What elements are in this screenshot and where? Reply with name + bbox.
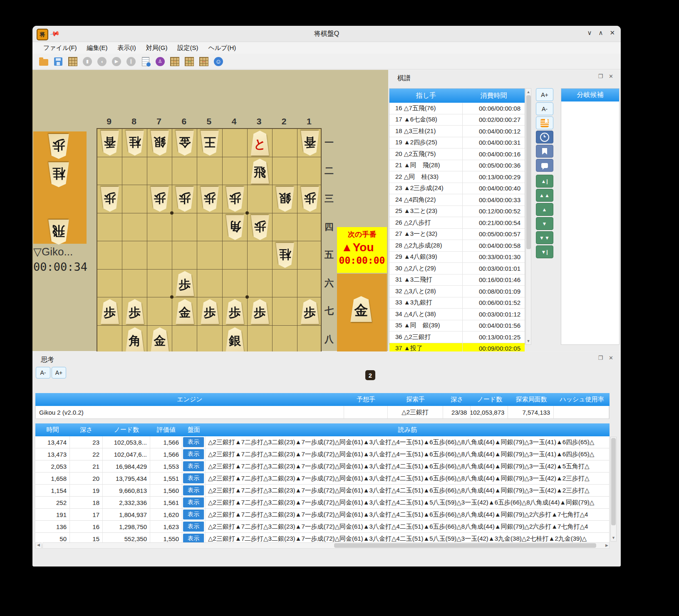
show-board-button[interactable]: 表示 bbox=[183, 473, 204, 483]
scroll-right-icon[interactable]: ▶ bbox=[605, 543, 608, 547]
font-increase-button[interactable]: A+ bbox=[536, 88, 553, 101]
pv-hscrollbar[interactable]: ▶ bbox=[42, 542, 610, 549]
gote-piece-飛[interactable]: 飛 bbox=[47, 220, 70, 245]
back-one-button[interactable]: ▲ bbox=[536, 203, 553, 216]
kifu-row[interactable]: 25 ▲3二と(23)00:12/00:00:52 bbox=[389, 206, 525, 218]
menu-item-0[interactable]: ファイル(F) bbox=[39, 43, 81, 53]
maximize-button[interactable]: ∧ bbox=[598, 29, 603, 37]
open-file-button[interactable] bbox=[38, 56, 49, 67]
kifu-row[interactable]: 21 ▲同 飛(28)00:05/00:00:36 bbox=[389, 160, 525, 172]
close-panel-icon[interactable]: ✕ bbox=[609, 73, 613, 79]
kifu-row[interactable]: 28 △2九歩成(28)00:04/00:00:58 bbox=[389, 240, 525, 252]
bookmark-button[interactable] bbox=[536, 145, 553, 158]
sente-piece-歩[interactable]: 歩 bbox=[225, 299, 245, 324]
menu-item-2[interactable]: 表示(I) bbox=[114, 43, 140, 53]
sente-piece-歩[interactable]: 歩 bbox=[200, 299, 220, 324]
kifu-scrollbar[interactable]: ▲ ▼ bbox=[525, 88, 531, 345]
time-toggle-button[interactable] bbox=[536, 131, 553, 143]
kifu-row[interactable]: 35 ▲同 銀(39)00:04/00:01:56 bbox=[389, 320, 525, 332]
show-board-button[interactable]: 表示 bbox=[183, 485, 204, 495]
expand-region-button[interactable] bbox=[198, 56, 209, 67]
forward-fast-button[interactable]: ▼▼ bbox=[536, 231, 553, 244]
engine-button[interactable]: ♙ bbox=[155, 56, 166, 67]
close-panel-icon[interactable]: ✕ bbox=[609, 355, 613, 361]
play-button[interactable]: ▶ bbox=[111, 56, 122, 67]
menu-item-1[interactable]: 編集(E) bbox=[83, 43, 112, 53]
kifu-row[interactable]: 23 ▲2三歩成(24)00:04/00:00:40 bbox=[389, 183, 525, 195]
scroll-down-icon[interactable]: ▼ bbox=[611, 536, 616, 540]
font-decrease-button[interactable]: A- bbox=[536, 102, 553, 115]
move-list-button[interactable] bbox=[140, 56, 151, 67]
shogi-board[interactable]: 香桂銀金王と香飛歩歩歩歩歩銀歩角歩桂歩歩歩金歩歩歩歩角金銀香桂銀王香 bbox=[97, 128, 322, 381]
menu-item-5[interactable]: ヘルプ(H) bbox=[204, 43, 240, 53]
kifu-row[interactable]: 32 △3八と(28)00:08/00:01:09 bbox=[389, 286, 525, 297]
kifu-row[interactable]: 33 ▲3九銀打00:06/00:01:52 bbox=[389, 297, 525, 309]
stop-button[interactable]: ▮ bbox=[82, 56, 93, 67]
sente-piece-角[interactable]: 角 bbox=[125, 327, 145, 352]
sente-piece-飛[interactable]: 飛 bbox=[250, 159, 270, 184]
kifu-row[interactable]: 36 △2三銀打00:13/00:01:25 bbox=[389, 332, 525, 343]
gote-piece-歩[interactable]: 歩 bbox=[150, 187, 170, 212]
gote-piece-角[interactable]: 角 bbox=[225, 215, 245, 240]
scroll-left-icon[interactable]: ◀ bbox=[35, 542, 42, 549]
sente-piece-歩[interactable]: 歩 bbox=[175, 271, 195, 296]
kifu-row[interactable]: 30 △2八と(29)00:03/00:01:01 bbox=[389, 263, 525, 275]
forward-one-button[interactable]: ▼ bbox=[536, 217, 553, 230]
scroll-down-icon[interactable]: ▼ bbox=[526, 339, 531, 343]
kifu-row[interactable]: 26 △2八歩打00:21/00:00:54 bbox=[389, 217, 525, 229]
gote-piece-歩[interactable]: 歩 bbox=[250, 215, 270, 240]
gote-piece-桂[interactable]: 桂 bbox=[125, 131, 145, 156]
gote-piece-歩[interactable]: 歩 bbox=[300, 187, 320, 212]
menu-item-3[interactable]: 対局(G) bbox=[142, 43, 172, 53]
gote-piece-歩[interactable]: 歩 bbox=[200, 187, 220, 212]
show-board-button[interactable]: 表示 bbox=[183, 522, 204, 532]
sente-piece-金[interactable]: 金 bbox=[175, 299, 195, 324]
memo-button[interactable] bbox=[536, 116, 553, 129]
gote-piece-桂[interactable]: 桂 bbox=[47, 162, 70, 187]
select-region-button[interactable] bbox=[184, 56, 195, 67]
gote-piece-金[interactable]: 金 bbox=[175, 131, 195, 156]
pv-vscrollbar[interactable]: ▼ bbox=[610, 437, 617, 542]
float-panel-icon[interactable]: ❐ bbox=[598, 355, 603, 361]
sente-piece-歩[interactable]: 歩 bbox=[125, 299, 145, 324]
sente-piece-と[interactable]: と bbox=[250, 131, 270, 156]
kifu-row[interactable]: 20 △2五飛(75)00:04/00:00:16 bbox=[389, 148, 525, 160]
to-last-move-button[interactable]: ▼| bbox=[536, 245, 553, 258]
kifu-row[interactable]: 29 ▲4八銀(39)00:33/00:01:30 bbox=[389, 252, 525, 263]
kifu-row[interactable]: 16 △7五飛(76)00:06/00:00:08 bbox=[389, 103, 525, 114]
sente-piece-金[interactable]: 金 bbox=[349, 296, 373, 322]
minimize-button[interactable]: ∨ bbox=[587, 29, 592, 37]
show-board-button[interactable]: 表示 bbox=[183, 437, 204, 447]
font-increase-button[interactable]: A+ bbox=[52, 367, 66, 379]
sente-piece-歩[interactable]: 歩 bbox=[300, 299, 320, 324]
sente-piece-銀[interactable]: 銀 bbox=[225, 327, 245, 352]
close-button[interactable]: ✕ bbox=[610, 29, 615, 37]
flip-board-button[interactable] bbox=[169, 56, 180, 67]
edit-board-button[interactable] bbox=[67, 56, 78, 67]
gote-piece-銀[interactable]: 銀 bbox=[150, 131, 170, 156]
kifu-row[interactable]: 27 ▲3一と(32)00:05/00:00:57 bbox=[389, 229, 525, 240]
scroll-up-icon[interactable]: ▲ bbox=[526, 90, 531, 94]
pause-button[interactable]: ∥ bbox=[126, 56, 136, 67]
show-board-button[interactable]: 表示 bbox=[183, 461, 204, 471]
sente-piece-歩[interactable]: 歩 bbox=[100, 299, 120, 324]
kifu-row[interactable]: 19 ▲2四歩(25)00:04/00:00:31 bbox=[389, 137, 525, 149]
kifu-row[interactable]: 17 ▲6七金(58)00:02/00:00:27 bbox=[389, 114, 525, 126]
show-board-button[interactable]: 表示 bbox=[183, 497, 204, 507]
engine-face-button[interactable]: ☺ bbox=[213, 56, 224, 67]
comment-button[interactable] bbox=[536, 159, 553, 172]
sente-piece-歩[interactable]: 歩 bbox=[250, 299, 270, 324]
save-file-button[interactable] bbox=[53, 56, 64, 67]
sente-piece-金[interactable]: 金 bbox=[150, 327, 170, 352]
gote-piece-香[interactable]: 香 bbox=[100, 131, 120, 156]
gote-piece-桂[interactable]: 桂 bbox=[275, 243, 295, 268]
show-board-button[interactable]: 表示 bbox=[183, 510, 204, 520]
gote-piece-歩[interactable]: 歩 bbox=[225, 187, 245, 212]
to-first-move-button[interactable]: ▲| bbox=[536, 175, 553, 188]
kifu-scroll-thumb[interactable] bbox=[526, 95, 531, 249]
gote-piece-歩[interactable]: 歩 bbox=[175, 187, 195, 212]
kifu-row[interactable]: 18 △3三桂(21)00:04/00:00:12 bbox=[389, 126, 525, 137]
menu-item-4[interactable]: 設定(S) bbox=[173, 43, 202, 53]
kifu-row[interactable]: 24 △4四角(22)00:04/00:00:33 bbox=[389, 194, 525, 206]
show-board-button[interactable]: 表示 bbox=[183, 449, 204, 459]
